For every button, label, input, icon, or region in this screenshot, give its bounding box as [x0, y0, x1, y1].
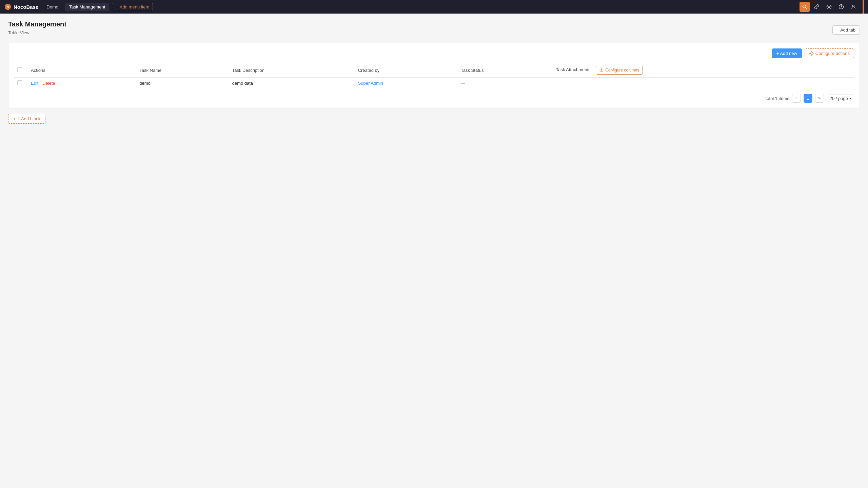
created-by-value[interactable]: Super Admin [358, 81, 383, 86]
task-attachments-header-label: Task Attachments [556, 67, 591, 72]
page-title: Task Management [8, 20, 66, 28]
link-icon-button[interactable] [812, 2, 822, 12]
task-status-header-label: Task Status [461, 68, 484, 73]
page-1-button[interactable]: 1 [804, 94, 812, 103]
task-name-col-header: Task Name [136, 63, 229, 78]
add-tab-button[interactable]: + Add tab [832, 25, 860, 35]
nav-tab-demo[interactable]: Demo [42, 3, 62, 11]
configure-actions-label: Configure actions [815, 51, 850, 56]
prev-page-button[interactable]: < [792, 94, 801, 103]
page-subtitle: Table View [8, 30, 66, 35]
svg-point-9 [601, 69, 602, 71]
created-by-header-label: Created by [358, 68, 380, 73]
actions-col-header: Actions [27, 63, 136, 78]
pagination-row: Total 1 items < 1 > 20 / page ▾ [14, 94, 854, 103]
task-status-value: — [461, 81, 465, 86]
task-name-cell: demo [136, 78, 229, 89]
svg-point-4 [828, 6, 830, 8]
next-page-icon: > [818, 96, 821, 101]
table-body: Edit Delete demo demo data Super Admin — [14, 78, 854, 89]
topnav: N NocoBase Demo Task Management + Add me… [0, 0, 868, 14]
next-page-button[interactable]: > [815, 94, 824, 103]
right-border-accent [863, 0, 864, 14]
task-status-cell: — [457, 78, 552, 89]
page-header-row: Task Management Table View + Add tab [8, 20, 860, 39]
table-container: + Add new Configure actions Actions [8, 43, 860, 108]
svg-point-6 [841, 7, 842, 8]
add-new-button[interactable]: + Add new [772, 48, 802, 58]
nav-tab-task-management[interactable]: Task Management [65, 3, 109, 11]
per-page-selector[interactable]: 20 / page ▾ [827, 95, 854, 102]
plus-icon: + [116, 4, 118, 9]
add-menu-item-button[interactable]: + Add menu item [112, 3, 153, 11]
table-toolbar: + Add new Configure actions [14, 48, 854, 58]
task-status-col-header: Task Status [457, 63, 552, 78]
help-icon-button[interactable] [836, 2, 846, 12]
page-header-left: Task Management Table View [8, 20, 66, 39]
add-new-label: + Add new [776, 51, 797, 56]
created-by-cell: Super Admin [355, 78, 458, 89]
page-content: Task Management Table View + Add tab + A… [0, 14, 868, 130]
created-by-col-header: Created by [355, 63, 458, 78]
topnav-icons [800, 2, 859, 12]
total-items-text: Total 1 items [765, 96, 789, 101]
configure-actions-button[interactable]: Configure actions [805, 48, 854, 58]
user-icon-button[interactable] [848, 2, 859, 12]
task-name-header-label: Task Name [139, 68, 161, 73]
nocobase-logo-icon: N [4, 3, 12, 11]
add-tab-label: + Add tab [837, 27, 855, 33]
row-actions-cell: Edit Delete [27, 78, 136, 89]
add-block-label: + Add block [18, 116, 41, 121]
svg-line-3 [806, 8, 807, 9]
task-desc-header-label: Task Description [232, 68, 264, 73]
per-page-label: 20 / page [830, 96, 848, 101]
configure-columns-label: Configure columns [605, 68, 639, 73]
page-1-label: 1 [807, 96, 809, 101]
actions-header-label: Actions [31, 68, 45, 73]
svg-text:N: N [7, 5, 9, 9]
delete-link[interactable]: Delete [42, 81, 55, 86]
search-icon-button[interactable] [800, 2, 810, 12]
task-desc-col-header: Task Description [229, 63, 355, 78]
row-checkbox-cell[interactable] [14, 78, 27, 89]
settings-icon-button[interactable] [824, 2, 834, 12]
plus-icon: + [13, 116, 16, 121]
row-checkbox[interactable] [17, 80, 22, 85]
edit-link[interactable]: Edit [31, 81, 38, 86]
gear-icon [809, 51, 814, 56]
configure-columns-gear-icon [599, 68, 604, 72]
chevron-down-icon: ▾ [849, 97, 851, 100]
add-menu-item-label: Add menu item [120, 4, 149, 9]
logo-text: NocoBase [14, 4, 38, 10]
select-all-header[interactable] [14, 63, 27, 78]
configure-columns-button[interactable]: Configure columns [596, 66, 643, 75]
data-table: Actions Task Name Task Description Creat… [14, 63, 854, 89]
task-attachments-cell [553, 78, 854, 89]
task-attachments-col-header: Task Attachments Configure columns [553, 63, 854, 78]
task-description-cell: demo data [229, 78, 355, 89]
table-row: Edit Delete demo demo data Super Admin — [14, 78, 854, 89]
table-head: Actions Task Name Task Description Creat… [14, 63, 854, 78]
task-description-value: demo data [232, 81, 253, 86]
svg-point-8 [811, 53, 812, 54]
logo: N NocoBase [4, 3, 38, 11]
task-name-value: demo [139, 81, 151, 86]
add-block-button[interactable]: + + Add block [8, 114, 45, 124]
table-header-row: Actions Task Name Task Description Creat… [14, 63, 854, 78]
prev-page-icon: < [795, 96, 797, 101]
select-all-checkbox[interactable] [17, 67, 22, 72]
